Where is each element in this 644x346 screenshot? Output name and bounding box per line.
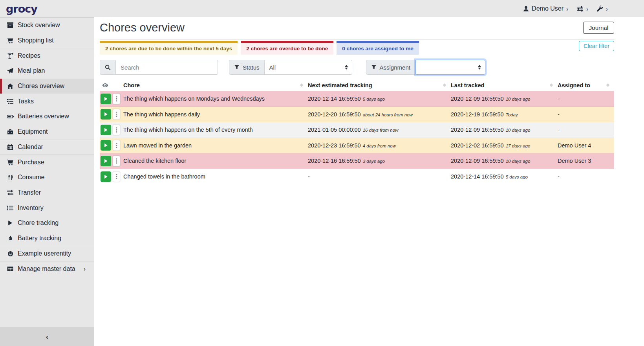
assigned-to-cell: Demo User 3 bbox=[558, 158, 614, 164]
next-tracking-cell: - bbox=[308, 173, 451, 180]
next-tracking-cell: 2020-12-23 16:59:504 days from now bbox=[308, 142, 451, 149]
topbar-nav: Demo User › › › bbox=[523, 5, 608, 12]
track-chore-button[interactable] bbox=[101, 156, 111, 166]
relative-time: about 24 hours from now bbox=[363, 112, 413, 117]
sliders-icon bbox=[577, 6, 584, 12]
row-menu-button[interactable] bbox=[113, 156, 120, 166]
sidebar-item-battery-tracking[interactable]: Battery tracking bbox=[0, 231, 94, 246]
play-icon bbox=[6, 220, 14, 226]
table-icon bbox=[6, 266, 14, 272]
last-tracked-cell: 2020-12-09 16:59:5010 days ago bbox=[451, 126, 558, 133]
status-filter-select[interactable]: All bbox=[265, 60, 352, 75]
search-input[interactable] bbox=[116, 60, 218, 75]
sidebar-item-batteries-overview[interactable]: Batteries overview bbox=[0, 109, 94, 124]
sidebar-item-meal-plan[interactable]: Meal plan bbox=[0, 63, 94, 79]
chevron-right-icon: › bbox=[606, 6, 608, 12]
assigned-to-cell: - bbox=[558, 127, 614, 133]
track-chore-button[interactable] bbox=[101, 140, 111, 151]
user-menu[interactable]: Demo User › bbox=[523, 5, 568, 12]
row-menu-button[interactable] bbox=[113, 140, 120, 151]
sort-icon bbox=[550, 83, 553, 87]
sidebar-item-tasks[interactable]: Tasks bbox=[0, 94, 94, 109]
overdue-banner[interactable]: 2 chores are overdue to be done bbox=[241, 41, 333, 55]
sidebar-item-equipment[interactable]: Equipment bbox=[0, 124, 94, 140]
row-menu-button[interactable] bbox=[113, 125, 120, 135]
search-prepend bbox=[100, 60, 116, 75]
sidebar-item-transfer[interactable]: Transfer bbox=[0, 185, 94, 201]
sidebar-item-consume[interactable]: Consume bbox=[0, 170, 94, 185]
chevron-left-icon: ‹ bbox=[46, 332, 49, 341]
column-header-next-tracking[interactable]: Next estimated tracking bbox=[308, 82, 451, 88]
sidebar-collapse-button[interactable]: ‹ bbox=[0, 327, 94, 346]
home-icon bbox=[6, 83, 14, 89]
sidebar-item-calendar[interactable]: Calendar bbox=[0, 140, 94, 155]
row-menu-button[interactable] bbox=[113, 109, 120, 120]
assignment-filter-select[interactable] bbox=[415, 60, 485, 75]
relative-time: 3 days ago bbox=[363, 159, 385, 164]
row-actions bbox=[100, 171, 123, 182]
toolbox-icon bbox=[6, 129, 14, 135]
sort-icon bbox=[606, 83, 609, 87]
admin-menu[interactable]: › bbox=[597, 6, 608, 12]
assigned-to-cell: Demo User 4 bbox=[558, 142, 614, 149]
paper-plane-icon bbox=[6, 68, 14, 74]
due-soon-banner[interactable]: 2 chores are due to be done within the n… bbox=[100, 41, 238, 55]
table-row: Lawn mowed in the garden 2020-12-23 16:5… bbox=[100, 138, 614, 154]
cart-icon bbox=[6, 159, 14, 166]
calendar-icon bbox=[6, 144, 14, 150]
chore-name: The thing which happens on the 5th of ev… bbox=[123, 127, 308, 133]
grocy-logo[interactable]: grocy bbox=[6, 3, 37, 15]
row-actions bbox=[100, 125, 123, 135]
track-chore-button[interactable] bbox=[101, 125, 111, 135]
track-chore-button[interactable] bbox=[101, 109, 111, 120]
utensils-icon bbox=[6, 175, 14, 180]
last-tracked-cell: 2020-12-14 16:59:505 days ago bbox=[451, 173, 558, 180]
sidebar-item-recipes[interactable]: Recipes bbox=[0, 48, 94, 63]
settings-menu[interactable]: › bbox=[577, 6, 588, 12]
row-actions bbox=[100, 94, 123, 104]
row-menu-button[interactable] bbox=[113, 171, 120, 182]
table-row: Changed towels in the bathroom - 2020-12… bbox=[100, 169, 614, 185]
cart-icon bbox=[6, 37, 14, 44]
next-tracking-cell: 2020-12-16 16:59:503 days ago bbox=[308, 157, 451, 164]
relative-time: 10 days ago bbox=[506, 159, 531, 164]
select-caret-icon bbox=[478, 65, 481, 70]
relative-time: 17 days ago bbox=[506, 144, 531, 148]
chevron-right-icon: › bbox=[566, 6, 568, 12]
clear-filter-button[interactable]: Clear filter bbox=[579, 41, 614, 51]
next-tracking-cell: 2020-12-20 16:59:50about 24 hours from n… bbox=[308, 111, 451, 118]
column-header-assigned-to[interactable]: Assigned to bbox=[558, 82, 614, 88]
sidebar-item-stock-overview[interactable]: Stock overview bbox=[0, 18, 94, 33]
track-chore-button[interactable] bbox=[101, 171, 111, 182]
sidebar-item-chore-tracking[interactable]: Chore tracking bbox=[0, 215, 94, 231]
sidebar-item-chores-overview[interactable]: Chores overview bbox=[0, 79, 94, 94]
track-chore-button[interactable] bbox=[101, 94, 111, 104]
sidebar: Stock overview Shopping list Recipes Mea… bbox=[0, 17, 94, 346]
user-icon bbox=[523, 6, 529, 12]
visibility-column-header[interactable] bbox=[100, 82, 123, 88]
column-header-last-tracked[interactable]: Last tracked bbox=[451, 82, 558, 88]
sidebar-item-example-userentity[interactable]: Example userentity bbox=[0, 246, 94, 261]
sidebar-item-shopping-list[interactable]: Shopping list bbox=[0, 33, 94, 48]
relative-time: 5 days ago bbox=[363, 97, 385, 101]
exchange-icon bbox=[6, 190, 14, 196]
table-row: The thing which happens daily 2020-12-20… bbox=[100, 107, 614, 123]
assigned-to-me-banner[interactable]: 0 chores are assigned to me bbox=[337, 41, 419, 55]
status-filter-label: Status bbox=[229, 60, 265, 75]
sidebar-item-inventory[interactable]: Inventory bbox=[0, 200, 94, 215]
last-tracked-cell: 2020-12-02 16:59:5017 days ago bbox=[451, 142, 558, 149]
relative-time: Today bbox=[506, 112, 518, 117]
relative-time: 10 days ago bbox=[506, 128, 531, 133]
column-header-chore[interactable]: Chore bbox=[123, 82, 308, 88]
table-row: The thing which happens on the 5th of ev… bbox=[100, 122, 614, 138]
battery-icon bbox=[6, 113, 14, 120]
row-menu-button[interactable] bbox=[113, 94, 120, 104]
next-tracking-cell: 2021-01-05 00:00:0016 days from now bbox=[308, 126, 451, 133]
sidebar-item-manage-master-data[interactable]: Manage master data › bbox=[0, 261, 94, 276]
last-tracked-cell: 2020-12-09 16:59:5010 days ago bbox=[451, 157, 558, 164]
sidebar-item-purchase[interactable]: Purchase bbox=[0, 155, 94, 170]
filter-row: Status All Assignment bbox=[100, 60, 614, 75]
page-title: Chores overview bbox=[100, 21, 185, 34]
row-actions bbox=[100, 140, 123, 151]
journal-button[interactable]: Journal bbox=[583, 22, 614, 34]
